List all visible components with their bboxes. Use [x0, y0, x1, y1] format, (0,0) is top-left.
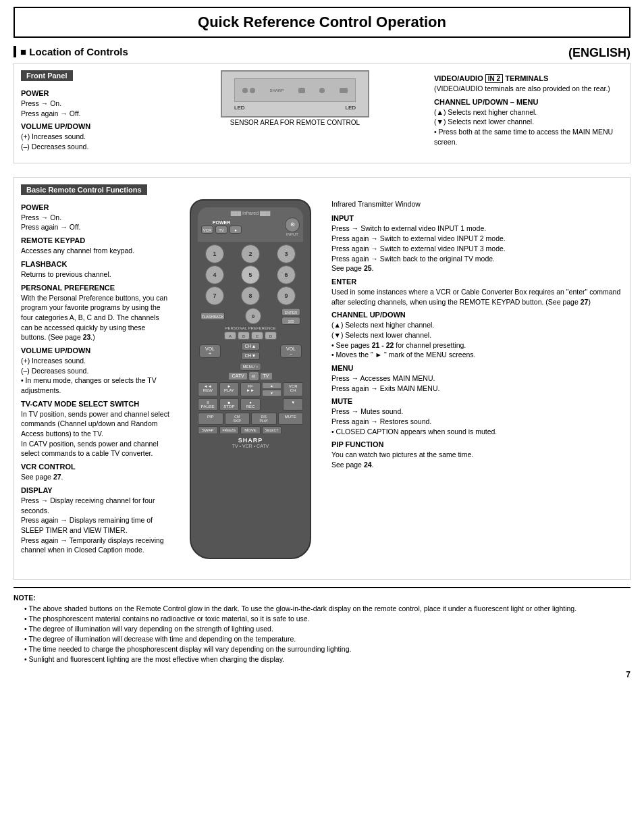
power-btn-label: POWER — [201, 220, 242, 225]
channel-updown-title-front: CHANNEL UP/DOWN – MENU — [434, 98, 623, 106]
num7-btn[interactable]: 7 — [205, 286, 224, 305]
ch-down-btn[interactable]: CH▼ — [241, 352, 260, 360]
input-label: INPUT — [285, 232, 300, 236]
mute-title: MUTE — [331, 397, 623, 405]
move-btn[interactable]: MOVE — [240, 426, 261, 434]
flashback-text: Returns to previous channel. — [21, 269, 169, 280]
input-text: Press → Switch to external video INPUT 1… — [331, 224, 623, 273]
enter-btn[interactable]: ENTER — [281, 308, 300, 316]
cm-stop-btn[interactable]: ■STOP — [219, 398, 240, 411]
pip-text: You can watch two pictures at the same t… — [331, 450, 623, 469]
video-audio-text: (VIDEO/AUDIO terminals are also provided… — [434, 84, 623, 94]
num3-btn[interactable]: 3 — [277, 244, 296, 263]
channel-updown-text-front: (▲) Selects next higher channel. (▼) Sel… — [434, 107, 623, 147]
personal-pref-label: PERSONAL PREFERENCE — [198, 326, 303, 330]
brand-label: SHARP — [198, 437, 303, 444]
vcr-control-title: VCR CONTROL — [21, 463, 169, 471]
notes-title: NOTE: — [14, 594, 630, 602]
input-title: INPUT — [331, 214, 623, 222]
remote-tv-btn[interactable]: TV — [215, 226, 227, 234]
remote-keypad-title: REMOTE KEYPAD — [21, 236, 169, 244]
freeze-btn[interactable]: FREEZE — [219, 426, 240, 434]
rew-btn[interactable]: ◄◄REW — [198, 382, 218, 396]
num1-btn[interactable]: 1 — [205, 244, 224, 263]
mute-btn[interactable]: MUTE — [278, 413, 304, 425]
power-text-front: Press → On.Press again → Off. — [21, 99, 156, 118]
volume-title-front: VOLUME UP/DOWN — [21, 122, 156, 130]
vcr-ch-btn[interactable]: VCRCH — [283, 382, 303, 396]
remote-power-title: POWER — [21, 203, 169, 211]
display-btn[interactable]: DISPLAY — [251, 413, 277, 425]
play-btn[interactable]: ►PLAY — [219, 382, 240, 396]
display-text: Press → Display receiving channel for fo… — [21, 496, 169, 555]
vol-minus-btn[interactable]: VOL– — [280, 344, 302, 358]
pause-btn[interactable]: IIPAUSE — [198, 398, 218, 411]
vol-plus-btn[interactable]: VOL+ — [199, 344, 221, 358]
swap-btn[interactable]: SWAP — [198, 426, 218, 434]
remote-vcr-btn[interactable]: VCR — [201, 226, 213, 234]
vcr-down-btn[interactable]: ▼ — [283, 398, 303, 411]
location-heading: ■ Location of Controls — [14, 46, 128, 57]
pref-a-btn[interactable]: A — [224, 332, 236, 340]
pref-d-btn[interactable]: D — [265, 332, 277, 340]
ch-up-btn[interactable]: CH▲ — [241, 342, 260, 350]
num6-btn[interactable]: 6 — [277, 265, 296, 284]
mute-text: Press → Mutes sound.Press again → Restor… — [331, 407, 623, 436]
note-item-5: • The time needed to charge the phosphor… — [24, 645, 630, 653]
num0-btn[interactable]: 0 — [245, 308, 261, 324]
num5-btn[interactable]: 5 — [241, 265, 260, 284]
note-item-6: • Sunlight and fluorescent lighting are … — [24, 655, 630, 663]
basic-label: Basic Remote Control Functions — [21, 184, 147, 195]
menu-text: Press → Accesses MAIN MENU.Press again →… — [331, 373, 623, 393]
switch-toggle[interactable]: ⊟ — [249, 372, 259, 380]
ff-btn[interactable]: FF►► — [240, 382, 261, 396]
catv-btn[interactable]: CATV — [228, 372, 247, 380]
flashback-btn[interactable]: FLASHBACK — [200, 312, 225, 320]
num2-btn[interactable]: 2 — [241, 244, 260, 263]
pip-btn[interactable]: PIP — [198, 413, 223, 425]
remote-control-diagram: ▓▓▓ Infrared ▓▓▓ POWER VCR TV ● ⊙ — [190, 199, 311, 559]
cm-skip-btn[interactable]: CMSKIP — [225, 413, 250, 425]
note-item-2: • The phosphorescent material contains n… — [24, 615, 630, 623]
num8-btn[interactable]: 8 — [241, 286, 260, 305]
display-title: DISPLAY — [21, 486, 169, 494]
menu-btn[interactable]: MENU ○ — [240, 363, 262, 371]
sensor-label: SENSOR AREA FOR REMOTE CONTROL — [163, 119, 427, 126]
pip-title: PIP FUNCTION — [331, 440, 623, 448]
infrared-window-label: ▓▓▓ Infrared ▓▓▓ — [201, 211, 300, 215]
enter-title: ENTER — [331, 278, 623, 286]
tv-catv-title: TV-CATV MODE SELECT SWITCH — [21, 400, 169, 408]
menu-title: MENU — [331, 364, 623, 372]
select-btn[interactable]: SELECT — [262, 426, 282, 434]
video-audio-title: VIDEO/AUDIO IN 2 TERMINALS — [434, 74, 623, 82]
pref-b-btn[interactable]: B — [238, 332, 250, 340]
vcr-control-text: See page 27. — [21, 472, 169, 482]
hundred-btn[interactable]: 100 — [281, 317, 300, 325]
tv-catv-text: In TV position, sends power and channel … — [21, 409, 169, 459]
panel-label: Front Panel — [21, 70, 73, 81]
remote-power-btn[interactable]: ● — [230, 226, 242, 234]
note-item-3: • The degree of illumination will vary d… — [24, 625, 630, 633]
infrared-label: Infrared Transmitter Window — [331, 199, 623, 209]
num9-btn[interactable]: 9 — [277, 286, 296, 305]
rec-btn[interactable]: ●REC — [240, 398, 261, 411]
tv-mode-btn[interactable]: TV — [260, 372, 273, 380]
pref-c-btn[interactable]: C — [251, 332, 263, 340]
vol-text-remote: (+) Increases sound.(–) Decreases sound.… — [21, 356, 169, 396]
note-item-4: • The degree of illumination will decrea… — [24, 635, 630, 643]
personal-pref-title: PERSONAL PREFERENCE — [21, 284, 169, 292]
remote-keypad-text: Accesses any channel from keypad. — [21, 246, 169, 256]
spacer — [262, 398, 265, 411]
channel-updown-text-remote: (▲) Selects next higher channel. (▼) Sel… — [331, 320, 623, 360]
english-label: (ENGLISH) — [568, 46, 630, 60]
power-title-front: POWER — [21, 89, 156, 97]
brand-subtitle: TV • VCR • CATV — [198, 444, 303, 448]
remote-input-btn[interactable]: ⊙ — [285, 217, 300, 232]
vcr-arrow-group: ▲ ▼ — [262, 382, 282, 396]
note-item-1: • The above shaded buttons on the Remote… — [24, 604, 630, 613]
enter-text: Used in some instances where a VCR or Ca… — [331, 287, 623, 307]
volume-text-front: (+) Increases sound.(–) Decreases sound. — [21, 132, 156, 151]
num4-btn[interactable]: 4 — [205, 265, 224, 284]
led-right: LED — [345, 105, 356, 111]
led-left: LED — [234, 105, 245, 111]
